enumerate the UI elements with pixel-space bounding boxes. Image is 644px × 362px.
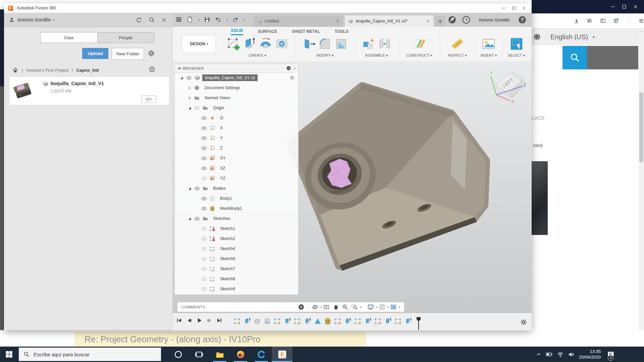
battery-icon[interactable] <box>545 351 553 358</box>
expander-icon[interactable] <box>187 186 192 191</box>
extrude-icon[interactable] <box>242 37 257 51</box>
visibility-eye-icon[interactable] <box>201 246 207 252</box>
play-icon[interactable] <box>196 317 203 324</box>
timeline-feature-sketch-icon[interactable] <box>394 317 402 325</box>
minimize-icon[interactable] <box>610 4 615 9</box>
breadcrumb-item[interactable]: Antonio's First Project <box>26 68 68 73</box>
close-tab-icon[interactable]: ✕ <box>426 19 430 24</box>
timeline-feature-draft-icon[interactable] <box>314 317 322 325</box>
library-icon[interactable] <box>587 17 592 24</box>
visibility-eye-icon[interactable] <box>201 195 207 202</box>
ribbon-group-label[interactable]: CONSTRUCT ▾ <box>406 53 432 57</box>
tree-row-sketch1[interactable]: Sketch1 <box>175 224 298 234</box>
taskbar-app-fusion-360[interactable]: F360 <box>272 347 292 362</box>
tree-node-label[interactable]: Bodies <box>210 185 228 192</box>
download-icon[interactable] <box>574 17 579 24</box>
minimize-icon[interactable] <box>499 4 509 12</box>
taskbar-app-cura[interactable] <box>251 347 272 362</box>
help-icon[interactable]: ? <box>518 15 527 24</box>
menu-icon[interactable] <box>638 17 644 24</box>
tree-node-label[interactable]: X <box>217 125 225 131</box>
tree-row-sketch8[interactable]: Sketch8 <box>175 274 298 284</box>
tree-node-label[interactable]: Sketch7 <box>217 265 238 272</box>
visibility-eye-icon[interactable] <box>201 135 207 141</box>
3d-model[interactable] <box>278 77 500 272</box>
new-component-icon[interactable] <box>361 37 376 51</box>
ribbon-group-label[interactable]: SELECT ▾ <box>508 53 525 57</box>
taskbar-app-cortana[interactable] <box>168 347 189 362</box>
visibility-eye-icon[interactable] <box>194 105 200 111</box>
search-icon[interactable] <box>149 17 155 23</box>
scrollbar[interactable] <box>639 28 644 347</box>
app-grid-icon[interactable] <box>175 16 182 23</box>
viewcube[interactable]: LEFT Y Z X <box>488 65 530 105</box>
scroll-up-icon[interactable] <box>640 30 643 33</box>
visibility-eye-icon[interactable] <box>201 165 207 172</box>
tree-node-label[interactable]: Sketch8 <box>217 276 238 282</box>
tree-node-label[interactable]: MeshBody1 <box>217 205 245 212</box>
ribbon-group-label[interactable]: MODIFY ▾ <box>316 53 333 57</box>
comments-label[interactable]: COMMENTS <box>181 305 205 309</box>
wifi-icon[interactable] <box>557 351 564 358</box>
globe-icon[interactable] <box>148 66 156 73</box>
timeline-feature-sketch-icon[interactable] <box>334 317 342 325</box>
ribbon-group-label[interactable]: CREATE ▾ <box>249 53 266 57</box>
chevron-down-icon[interactable]: ▾ <box>360 306 361 309</box>
language-selector[interactable]: English (US) <box>550 33 588 41</box>
taskbar-app-task-view[interactable] <box>189 347 209 362</box>
chevron-down-icon[interactable]: ▾ <box>244 18 245 21</box>
refresh-icon[interactable] <box>135 16 142 23</box>
chevron-down-icon[interactable]: ▾ <box>198 18 200 21</box>
expander-icon[interactable] <box>187 96 192 100</box>
account-icon[interactable] <box>613 17 619 24</box>
data-panel-tab-people[interactable]: People <box>98 32 155 43</box>
taskbar-app-firefox[interactable] <box>230 347 251 362</box>
expander-icon[interactable] <box>179 76 184 80</box>
new-tab-button[interactable] <box>435 16 445 26</box>
tree-node-label[interactable]: boquilla_Capno_Intl_V1 v2 <box>202 74 258 81</box>
scrollbar-thumb[interactable] <box>639 92 643 163</box>
tree-node-label[interactable]: Z <box>217 145 225 152</box>
gear-icon[interactable] <box>147 49 155 57</box>
construction-plane-icon[interactable] <box>412 37 427 51</box>
tree-row-xy[interactable]: XY <box>175 153 298 163</box>
new-folder-button[interactable]: New Folder <box>112 48 144 60</box>
orbit-icon[interactable] <box>312 304 318 310</box>
tree-row-named-views[interactable]: Named Views <box>175 93 298 103</box>
breadcrumb-item[interactable]: Capno_Intl <box>76 68 99 73</box>
chevron-down-icon[interactable]: ▾ <box>593 35 595 39</box>
timeline-feature-insert-mesh-icon[interactable] <box>324 317 332 325</box>
timeline-feature-base-feature-icon[interactable] <box>263 317 271 325</box>
taskbar-search[interactable]: Escribe aquí para buscar <box>19 348 161 361</box>
grip-icon[interactable]: ‖ <box>294 66 296 70</box>
add-comment-icon[interactable] <box>298 304 305 310</box>
tree-node-label[interactable]: Body1 <box>217 195 234 202</box>
chevron-down-icon[interactable]: ▾ <box>387 306 389 309</box>
tree-node-label[interactable]: Sketch2 <box>217 235 238 242</box>
joint-icon[interactable] <box>377 37 392 51</box>
ribbon-group-label[interactable]: INSPECT ▾ <box>448 53 467 57</box>
ribbon-tab-tools[interactable]: TOOLS <box>335 29 348 35</box>
revolve-icon[interactable] <box>258 37 273 51</box>
press-pull-icon[interactable] <box>302 37 316 51</box>
visibility-eye-icon[interactable] <box>194 216 200 222</box>
timeline-feature-extrude-icon[interactable] <box>364 317 372 325</box>
chevron-down-icon[interactable]: ▾ <box>399 306 400 309</box>
visibility-eye-icon[interactable] <box>201 276 207 282</box>
ribbon-tab-solid[interactable]: SOLID <box>231 28 243 35</box>
measure-icon[interactable] <box>450 37 465 51</box>
timeline-marker[interactable] <box>416 316 421 330</box>
forum-thread-title[interactable]: Re: Project Geometry - (along axis) - IV… <box>85 334 261 345</box>
tree-node-label[interactable]: XZ <box>217 165 228 172</box>
document-tab[interactable]: boquilla_Capno_Intl_V1 v2*✕ <box>345 15 433 27</box>
timeline-feature-extrude-icon[interactable] <box>344 317 352 325</box>
wrench-icon[interactable] <box>448 15 457 24</box>
tree-row-sketch6[interactable]: Sketch6 <box>175 254 298 264</box>
go-to-start-icon[interactable] <box>176 317 182 324</box>
select-icon[interactable] <box>509 37 524 51</box>
zoom-icon[interactable] <box>342 304 348 310</box>
tree-row-sketch4[interactable]: Sketch4 <box>175 244 298 254</box>
visibility-eye-icon[interactable] <box>201 175 207 182</box>
site-search-button[interactable] <box>562 46 587 69</box>
fillet-icon[interactable] <box>318 37 332 51</box>
